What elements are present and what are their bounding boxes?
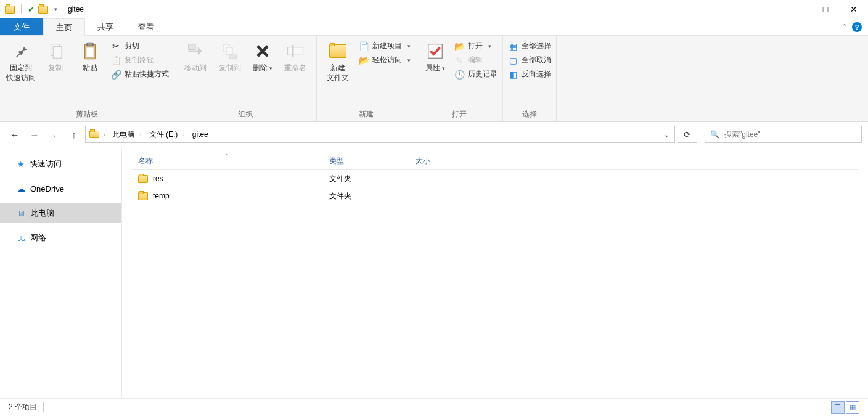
ribbon-group-clipboard: 固定到 快速访问 复制 粘贴 ✂ 剪切 📋	[0, 36, 174, 121]
group-new-label: 新建	[322, 108, 411, 120]
ribbon-tabs: 文件 主页 共享 查看 ⌃ ?	[0, 18, 868, 36]
quick-access-toolbar: ✔ ▾	[18, 4, 57, 14]
newitem-button[interactable]: 📄 新建项目	[359, 41, 411, 51]
newfolder-label: 新建 文件夹	[327, 63, 349, 83]
address-dropdown[interactable]: ⌄	[659, 131, 674, 139]
qat-dropdown-icon[interactable]: ▾	[54, 6, 57, 12]
easyaccess-button[interactable]: 📂 轻松访问	[359, 55, 411, 65]
copy-label: 复制	[48, 63, 63, 73]
copyto-button[interactable]: 复制到	[214, 39, 246, 75]
crumb-folder[interactable]: gitee	[189, 130, 212, 139]
sidebar-quickaccess[interactable]: ★ 快速访问	[0, 154, 121, 174]
col-header-type[interactable]: 类型	[323, 156, 409, 166]
network-icon: 🖧	[17, 234, 25, 243]
tab-share[interactable]: 共享	[85, 18, 126, 35]
tab-view[interactable]: 查看	[126, 18, 166, 35]
file-row[interactable]: res 文件夹	[132, 170, 858, 187]
copypath-button[interactable]: 📋 复制路径	[111, 55, 169, 65]
svg-rect-3	[87, 43, 93, 46]
edit-button[interactable]: ✎ 编辑	[454, 55, 497, 65]
paste-button[interactable]: 粘贴	[74, 39, 106, 75]
file-name-cell: res	[132, 174, 323, 183]
selectall-icon: ▦	[508, 41, 518, 51]
delete-x-icon	[253, 41, 272, 61]
file-row[interactable]: temp 文件夹	[132, 187, 858, 205]
sidebar-quickaccess-label: 快速访问	[30, 158, 62, 169]
tab-home[interactable]: 主页	[43, 18, 85, 36]
crumb-drive[interactable]: 文件 (E:)›	[145, 129, 189, 140]
crumb-root[interactable]: ›	[99, 131, 108, 138]
newfolder-button[interactable]: 新建 文件夹	[322, 39, 354, 84]
minimize-button[interactable]: —	[783, 0, 811, 18]
copyto-label: 复制到	[219, 63, 241, 73]
addr-folder-icon	[89, 131, 99, 138]
status-separator	[43, 402, 44, 412]
close-icon: ✕	[850, 4, 858, 14]
paste-clipboard-icon	[80, 41, 100, 61]
qat-newfolder-icon[interactable]	[38, 6, 48, 14]
view-switcher: ☰ ▦	[831, 401, 859, 414]
help-icon[interactable]: ?	[852, 22, 862, 32]
refresh-button[interactable]: ⟳	[678, 126, 697, 143]
group-organize-label: 组织	[179, 108, 311, 120]
ribbon: 固定到 快速访问 复制 粘贴 ✂ 剪切 📋	[0, 36, 868, 122]
delete-label: 删除	[253, 63, 272, 73]
moveto-button[interactable]: 移动到	[179, 39, 211, 75]
close-button[interactable]: ✕	[840, 0, 868, 18]
search-input[interactable]	[724, 130, 856, 139]
main-area: ★ 快速访问 ☁ OneDrive 🖥 此电脑 🖧 网络 ⌃ 名称 类型 大小 …	[0, 147, 868, 398]
invertsel-icon: ◧	[508, 70, 518, 80]
copy-button[interactable]: 复制	[39, 39, 72, 75]
search-box[interactable]: 🔍	[705, 126, 862, 143]
recent-dropdown[interactable]: ⌄	[46, 126, 63, 143]
invertsel-button[interactable]: ◧ 反向选择	[508, 69, 551, 80]
crumb-pc[interactable]: 此电脑›	[108, 129, 145, 140]
pin-quickaccess-button[interactable]: 固定到 快速访问	[5, 39, 37, 84]
minimize-icon: —	[793, 4, 801, 14]
tab-file[interactable]: 文件	[0, 18, 43, 35]
forward-button[interactable]: →	[26, 126, 43, 143]
cut-button[interactable]: ✂ 剪切	[111, 41, 169, 51]
history-button[interactable]: 🕓 历史记录	[454, 69, 497, 80]
collapse-ribbon-icon[interactable]: ⌃	[841, 23, 847, 31]
sidebar-network-label: 网络	[30, 232, 46, 243]
delete-button[interactable]: 删除	[248, 39, 277, 75]
sort-indicator-icon: ⌃	[224, 153, 229, 160]
tabs-right: ⌃ ?	[841, 18, 868, 35]
crumb-folder-label: gitee	[192, 130, 208, 139]
easyaccess-icon: 📂	[359, 55, 369, 65]
view-icons-button[interactable]: ▦	[846, 401, 859, 414]
pasteshortcut-button[interactable]: 🔗 粘贴快捷方式	[111, 69, 169, 80]
open-folder-icon: 📂	[454, 41, 464, 51]
open-button[interactable]: 📂 打开	[454, 41, 497, 51]
qat-properties-icon[interactable]: ✔	[28, 5, 35, 14]
view-details-button[interactable]: ☰	[831, 401, 845, 414]
pin-icon	[11, 41, 31, 61]
sidebar-thispc-label: 此电脑	[30, 208, 54, 219]
sidebar-network[interactable]: 🖧 网络	[0, 228, 121, 248]
monitor-icon: 🖥	[17, 209, 25, 218]
sidebar-thispc[interactable]: 🖥 此电脑	[0, 203, 121, 223]
address-bar[interactable]: › 此电脑› 文件 (E:)› gitee ⌄	[85, 126, 675, 143]
folder-icon	[138, 192, 148, 200]
ribbon-group-new: 新建 文件夹 📄 新建项目 📂 轻松访问 新建	[317, 36, 416, 121]
column-headers: ⌃ 名称 类型 大小	[132, 153, 858, 170]
status-item-count: 2 个项目	[9, 402, 37, 412]
crumb-pc-label: 此电脑	[112, 129, 134, 140]
maximize-button[interactable]: □	[811, 0, 840, 18]
sidebar-onedrive[interactable]: ☁ OneDrive	[0, 179, 121, 198]
up-button[interactable]: ↑	[65, 126, 83, 143]
rename-button[interactable]: 重命名	[279, 39, 311, 75]
col-header-size[interactable]: 大小	[409, 156, 483, 166]
svg-rect-8	[229, 55, 237, 59]
selectall-button[interactable]: ▦ 全部选择	[508, 41, 551, 51]
ribbon-group-select: ▦ 全部选择 ▢ 全部取消 ◧ 反向选择 选择	[503, 36, 557, 121]
star-icon: ★	[17, 160, 25, 169]
selectnone-button[interactable]: ▢ 全部取消	[508, 55, 551, 65]
newfolder-icon	[328, 41, 348, 61]
invertsel-label: 反向选择	[522, 69, 551, 80]
back-button[interactable]: ←	[6, 126, 23, 143]
properties-check-icon	[425, 41, 445, 61]
properties-button[interactable]: 属性	[421, 39, 449, 75]
window-title: gitee	[68, 5, 84, 14]
